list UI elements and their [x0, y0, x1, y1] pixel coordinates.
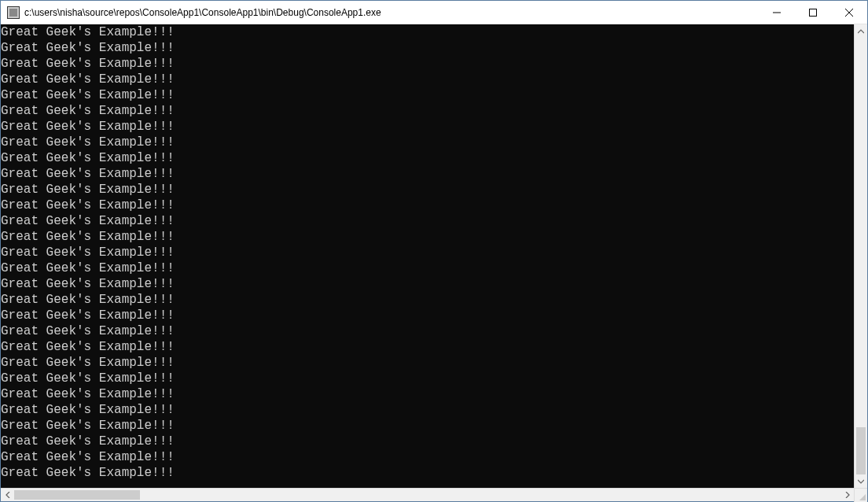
console-line: Great Geek's Example!!! [1, 465, 854, 481]
console-line: Great Geek's Example!!! [1, 292, 854, 308]
console-line: Great Geek's Example!!! [1, 355, 854, 371]
console-line: Great Geek's Example!!! [1, 166, 854, 182]
console-line: Great Geek's Example!!! [1, 449, 854, 465]
console-line: Great Geek's Example!!! [1, 371, 854, 386]
window-controls [759, 1, 867, 24]
console-line: Great Geek's Example!!! [1, 24, 854, 40]
vertical-scrollbar[interactable] [854, 24, 867, 488]
console-window: c:\users\nisha\source\repos\ConsoleApp1\… [0, 0, 868, 502]
close-button[interactable] [831, 1, 867, 24]
console-line: Great Geek's Example!!! [1, 182, 854, 197]
window-title: c:\users\nisha\source\repos\ConsoleApp1\… [24, 7, 759, 18]
console-line: Great Geek's Example!!! [1, 308, 854, 323]
titlebar[interactable]: c:\users\nisha\source\repos\ConsoleApp1\… [1, 1, 867, 24]
console-line: Great Geek's Example!!! [1, 87, 854, 103]
console-output[interactable]: Great Geek's Example!!!Great Geek's Exam… [1, 24, 854, 488]
console-line: Great Geek's Example!!! [1, 56, 854, 72]
maximize-button[interactable] [795, 1, 831, 24]
console-line: Great Geek's Example!!! [1, 323, 854, 339]
console-line: Great Geek's Example!!! [1, 402, 854, 418]
console-line: Great Geek's Example!!! [1, 103, 854, 119]
client-area: Great Geek's Example!!!Great Geek's Exam… [1, 24, 867, 501]
console-line: Great Geek's Example!!! [1, 135, 854, 150]
console-line: Great Geek's Example!!! [1, 245, 854, 260]
horizontal-scroll-track[interactable] [14, 489, 840, 501]
vertical-scroll-thumb[interactable] [856, 427, 866, 474]
app-icon [7, 6, 20, 19]
console-line: Great Geek's Example!!! [1, 276, 854, 292]
vertical-scroll-track[interactable] [855, 38, 867, 474]
scroll-down-icon[interactable] [855, 474, 868, 488]
scroll-up-icon[interactable] [855, 24, 868, 38]
minimize-button[interactable] [759, 1, 795, 24]
console-line: Great Geek's Example!!! [1, 434, 854, 449]
console-line: Great Geek's Example!!! [1, 213, 854, 229]
console-line: Great Geek's Example!!! [1, 260, 854, 276]
console-line: Great Geek's Example!!! [1, 418, 854, 434]
console-line: Great Geek's Example!!! [1, 40, 854, 56]
scroll-right-icon[interactable] [840, 489, 854, 502]
console-wrap: Great Geek's Example!!!Great Geek's Exam… [1, 24, 867, 488]
console-line: Great Geek's Example!!! [1, 229, 854, 245]
svg-rect-1 [810, 9, 817, 16]
resize-grip-icon[interactable] [854, 489, 867, 502]
console-line: Great Geek's Example!!! [1, 197, 854, 213]
horizontal-scrollbar[interactable] [1, 488, 867, 501]
console-line: Great Geek's Example!!! [1, 339, 854, 355]
scroll-left-icon[interactable] [1, 489, 14, 502]
console-line: Great Geek's Example!!! [1, 72, 854, 87]
console-line: Great Geek's Example!!! [1, 119, 854, 135]
console-line: Great Geek's Example!!! [1, 386, 854, 402]
console-line: Great Geek's Example!!! [1, 150, 854, 166]
horizontal-scroll-thumb[interactable] [14, 490, 140, 500]
